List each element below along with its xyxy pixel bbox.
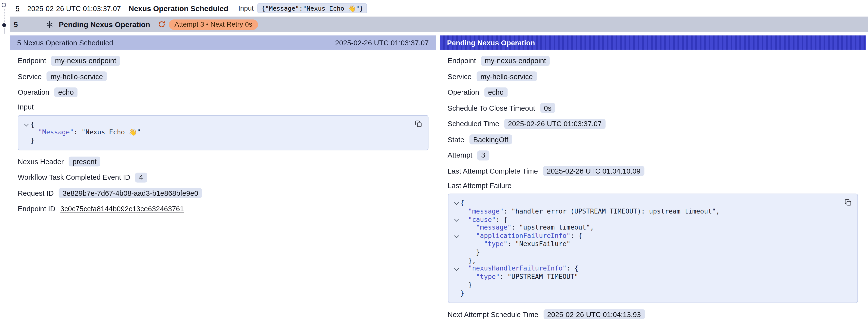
field-row-service: Service my-hello-service bbox=[18, 71, 428, 82]
code-gutter bbox=[452, 256, 460, 264]
field-label: Service bbox=[18, 72, 42, 80]
code-text: "cause": { bbox=[460, 216, 507, 224]
retry-attempt-badge: Attempt 3 • Next Retry 0s bbox=[169, 19, 258, 30]
code-line: { bbox=[22, 120, 409, 128]
event-timestamp: 2025-02-26 UTC 01:03:37.07 bbox=[27, 4, 121, 12]
code-line: "cause": { bbox=[452, 216, 839, 224]
field-label: Request ID bbox=[18, 189, 54, 197]
code-gutter bbox=[22, 128, 31, 137]
event-id-link[interactable]: 5 bbox=[16, 4, 20, 12]
field-label: Endpoint bbox=[18, 57, 46, 65]
code-line: } bbox=[452, 289, 839, 297]
collapse-chevron-icon[interactable] bbox=[452, 232, 460, 240]
field-label: Schedule To Close Timeout bbox=[447, 104, 535, 112]
code-text: } bbox=[460, 248, 480, 256]
retry-refresh-icon bbox=[158, 21, 165, 28]
code-line: "type": "NexusFailure" bbox=[452, 240, 839, 248]
code-text: } bbox=[460, 289, 464, 297]
field-row-schedule-to-close-timeout: Schedule To Close Timeout 0s bbox=[447, 103, 858, 113]
field-row-endpoint-id: Endpoint ID 3c0c75ccfa8144b092c13ce63246… bbox=[18, 204, 428, 215]
copy-icon[interactable] bbox=[413, 119, 423, 128]
code-gutter bbox=[452, 240, 460, 248]
code-line: "message": "upstream timeout", bbox=[452, 224, 839, 232]
code-gutter bbox=[452, 207, 460, 216]
code-line: } bbox=[452, 281, 839, 289]
code-text: "type": "UPSTREAM_TIMEOUT" bbox=[460, 273, 578, 281]
field-row-last-attempt-complete-time: Last Attempt Complete Time 2025-02-26 UT… bbox=[447, 166, 858, 176]
field-value-chip: BackingOff bbox=[469, 134, 512, 144]
collapse-chevron-icon[interactable] bbox=[452, 264, 460, 273]
code-line: "type": "UPSTREAM_TIMEOUT" bbox=[452, 273, 839, 281]
field-value-chip: 2025-02-26 UTC 01:04:13.93 bbox=[543, 309, 645, 319]
input-section-label: Input bbox=[18, 103, 428, 111]
scheduled-panel-title: 5 Nexus Operation Scheduled bbox=[17, 38, 113, 47]
code-line: }, bbox=[452, 256, 839, 264]
code-gutter bbox=[452, 273, 460, 281]
copy-icon[interactable] bbox=[843, 197, 853, 207]
scheduled-panel-timestamp: 2025-02-26 UTC 01:03:37.07 bbox=[335, 38, 429, 47]
collapse-chevron-icon[interactable] bbox=[22, 120, 31, 128]
code-line: "message": "handler error (UPSTREAM_TIME… bbox=[452, 207, 839, 216]
last-attempt-failure-label: Last Attempt Failure bbox=[447, 182, 858, 190]
code-text: "type": "NexusFailure" bbox=[460, 240, 570, 248]
timeline-connector bbox=[4, 28, 4, 34]
field-value-chip: my-nexus-endpoint bbox=[51, 56, 120, 65]
timeline-gutter bbox=[0, 0, 10, 322]
code-text: "message": "upstream timeout", bbox=[460, 224, 594, 232]
code-line: "nexusHandlerFailureInfo": { bbox=[452, 264, 839, 273]
failure-json-viewer: { "message": "handler error (UPSTREAM_TI… bbox=[447, 194, 858, 303]
field-label: Service bbox=[447, 72, 471, 80]
field-value-chip: 2025-02-26 UTC 01:03:37.07 bbox=[504, 119, 606, 128]
code-text: "message": "handler error (UPSTREAM_TIME… bbox=[460, 207, 720, 216]
code-text: { bbox=[30, 120, 34, 128]
code-gutter bbox=[452, 281, 460, 289]
field-value-chip: 3 bbox=[477, 150, 489, 160]
timeline-connector bbox=[4, 9, 4, 22]
event-detail-panels: 5 Nexus Operation Scheduled 2025-02-26 U… bbox=[10, 35, 868, 319]
temporal-event-history-view: 5 2025-02-26 UTC 01:03:37.07 Nexus Opera… bbox=[0, 0, 868, 322]
code-gutter bbox=[452, 248, 460, 256]
pending-operation-panel: Pending Nexus Operation Endpoint my-nexu… bbox=[440, 35, 866, 319]
endpoint-id-link[interactable]: 3c0c75ccfa8144b092c13ce632463761 bbox=[60, 205, 184, 213]
timeline-open-node-icon bbox=[2, 3, 6, 7]
input-label: Input bbox=[238, 4, 254, 12]
field-label: Scheduled Time bbox=[447, 120, 499, 128]
field-row-nexus-header: Nexus Header present bbox=[18, 157, 428, 167]
field-row-operation: Operation echo bbox=[18, 87, 428, 97]
code-line: "applicationFailureInfo": { bbox=[452, 232, 839, 240]
scheduled-event-panel: 5 Nexus Operation Scheduled 2025-02-26 U… bbox=[10, 35, 436, 319]
event-title: Nexus Operation Scheduled bbox=[128, 4, 228, 12]
field-row-operation: Operation echo bbox=[447, 87, 858, 97]
event-title: Pending Nexus Operation bbox=[59, 20, 150, 29]
pending-panel-body: Endpoint my-nexus-endpoint Service my-he… bbox=[440, 50, 866, 322]
field-value-chip: echo bbox=[484, 87, 507, 97]
field-label: Operation bbox=[18, 88, 49, 96]
field-label: State bbox=[447, 135, 464, 144]
field-value-chip: 3e829b7e-7d67-4b08-aad3-b1e868bfe9e0 bbox=[59, 188, 202, 198]
event-id-link[interactable]: 5 bbox=[14, 20, 18, 29]
field-label: Attempt bbox=[447, 151, 472, 160]
field-row-endpoint: Endpoint my-nexus-endpoint bbox=[447, 55, 858, 66]
input-json-viewer: { "Message": "Nexus Echo 👋"} bbox=[18, 115, 428, 151]
field-row-workflow-task-completed-event-id: Workflow Task Completed Event ID 4 bbox=[18, 172, 428, 183]
event-row-nexus-operation-scheduled[interactable]: 5 2025-02-26 UTC 01:03:37.07 Nexus Opera… bbox=[10, 0, 868, 17]
event-history-content: 5 2025-02-26 UTC 01:03:37.07 Nexus Opera… bbox=[10, 0, 868, 319]
event-row-pending-nexus-operation[interactable]: 5 Pending Nexus Operation Attempt 3 • Ne… bbox=[10, 17, 868, 32]
scheduled-panel-header: 5 Nexus Operation Scheduled 2025-02-26 U… bbox=[10, 35, 436, 50]
field-value-chip: 4 bbox=[135, 172, 147, 183]
code-line: { bbox=[452, 199, 839, 207]
collapse-chevron-icon[interactable] bbox=[452, 216, 460, 224]
code-gutter bbox=[452, 289, 460, 297]
collapse-chevron-icon[interactable] bbox=[452, 199, 460, 207]
field-row-next-attempt-schedule-time: Next Attempt Schedule Time 2025-02-26 UT… bbox=[447, 309, 858, 320]
field-value-chip: present bbox=[69, 157, 100, 167]
input-preview-chip: {"Message":"Nexus Echo 👋"} bbox=[257, 3, 367, 13]
field-value-chip: 0s bbox=[540, 103, 555, 113]
field-row-attempt: Attempt 3 bbox=[447, 150, 858, 161]
pending-panel-header: Pending Nexus Operation bbox=[440, 35, 866, 50]
field-value-chip: 2025-02-26 UTC 01:04:10.09 bbox=[543, 166, 645, 176]
field-value-chip: my-nexus-endpoint bbox=[481, 56, 550, 65]
code-text: "applicationFailureInfo": { bbox=[460, 232, 582, 240]
code-line: "Message": "Nexus Echo 👋" bbox=[22, 128, 409, 137]
field-value-chip: my-hello-service bbox=[46, 71, 107, 81]
